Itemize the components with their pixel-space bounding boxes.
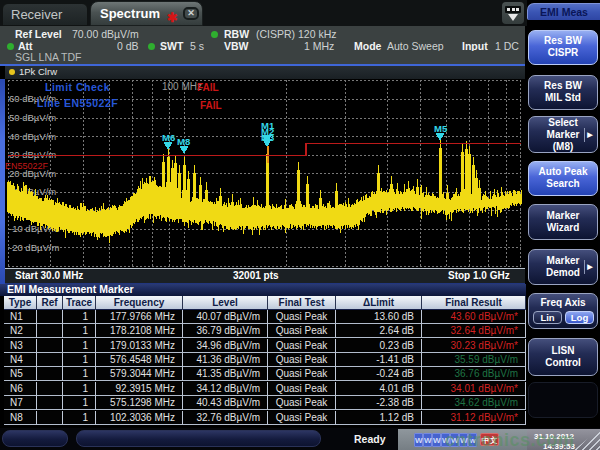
svg-text:FAIL: FAIL [200, 100, 222, 111]
svg-text:FAIL: FAIL [197, 82, 219, 93]
svg-text:100 MHz: 100 MHz [162, 81, 202, 92]
svg-text:M6: M6 [162, 132, 175, 143]
svg-text:50 dBµV/m: 50 dBµV/m [9, 112, 56, 123]
svg-text:Limit Check: Limit Check [45, 81, 110, 93]
svg-text:40 dBµV/m: 40 dBµV/m [9, 131, 56, 142]
svg-text:EN55022F: EN55022F [5, 161, 49, 171]
svg-text:M8: M8 [177, 136, 190, 147]
svg-text:-20 dBµV/m: -20 dBµV/m [9, 242, 59, 253]
svg-text:30 dBµV/m: 30 dBµV/m [9, 149, 56, 160]
svg-text:Line EN55022F: Line EN55022F [37, 97, 118, 109]
svg-text:M5: M5 [434, 123, 448, 134]
